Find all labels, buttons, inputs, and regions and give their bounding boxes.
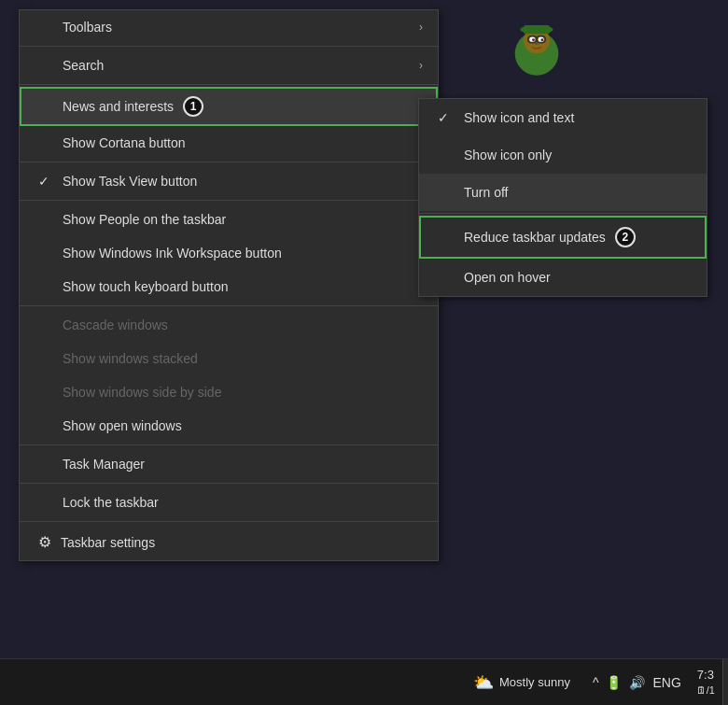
show-desktop-button[interactable]: [722, 659, 728, 706]
svg-rect-3: [524, 25, 550, 34]
submenu-label-turn-off: Turn off: [464, 185, 508, 200]
menu-item-open-windows[interactable]: Show open windows: [20, 409, 438, 443]
taskbar-clock[interactable]: 7:3 🗓/1: [689, 668, 722, 697]
divider: [20, 46, 438, 47]
menu-item-stacked: Show windows stacked: [20, 342, 438, 375]
menu-item-ink[interactable]: Show Windows Ink Workspace button: [20, 236, 438, 270]
menu-label-people: Show People on the taskbar: [63, 212, 226, 227]
taskbar: ⛅ Mostly sunny ^ 🔋 🔊 ENG 7:3 🗓/1: [0, 658, 728, 705]
divider: [20, 483, 438, 484]
menu-item-toolbars[interactable]: Toolbars ›: [20, 10, 438, 44]
tray-volume[interactable]: 🔊: [629, 675, 645, 690]
menu-item-news-interests[interactable]: News and interests 1 ›: [20, 87, 438, 126]
submenu-label-icon-only: Show icon only: [464, 148, 552, 162]
menu-label-touch: Show touch keyboard button: [63, 279, 228, 294]
menu-item-task-manager[interactable]: Task Manager: [20, 447, 438, 481]
menu-item-people[interactable]: Show People on the taskbar: [20, 203, 438, 236]
taskbar-context-menu: Toolbars › Search › News and interests 1…: [19, 9, 439, 561]
menu-label-task-mgr: Task Manager: [63, 457, 145, 472]
check-taskview: ✓: [38, 174, 53, 189]
svg-point-7: [540, 38, 543, 41]
divider: [20, 84, 438, 85]
menu-label-news: News and interests: [63, 99, 174, 114]
tray-language[interactable]: ENG: [652, 675, 680, 690]
taskbar-weather[interactable]: ⛅ Mostly sunny: [458, 672, 585, 693]
arrow-search: ›: [419, 59, 423, 72]
menu-item-taskbar-settings[interactable]: ⚙ Taskbar settings: [20, 524, 438, 560]
divider: [20, 162, 438, 162]
systray: ^ 🔋 🔊 ENG: [585, 675, 689, 690]
clock-date: 🗓/1: [696, 684, 715, 697]
menu-label-lock: Lock the taskbar: [63, 495, 159, 510]
menu-item-taskview[interactable]: ✓ Show Task View button: [20, 164, 438, 198]
badge-1: 1: [183, 96, 203, 117]
divider: [20, 305, 438, 306]
submenu-item-show-icon-only[interactable]: Show icon only: [419, 136, 707, 174]
gear-icon: ⚙: [38, 533, 51, 551]
submenu-label-reduce: Reduce taskbar updates: [464, 230, 606, 245]
submenu-divider: [419, 213, 707, 214]
menu-label-settings: Taskbar settings: [61, 535, 155, 550]
menu-label-search: Search: [63, 58, 104, 73]
menu-item-cascade: Cascade windows: [20, 308, 438, 342]
submenu-label-icon-text: Show icon and text: [464, 110, 574, 125]
divider: [20, 521, 438, 522]
badge-2: 2: [615, 227, 636, 247]
menu-item-cortana[interactable]: Show Cortana button: [20, 126, 438, 160]
menu-item-side-by-side: Show windows side by side: [20, 375, 438, 409]
submenu-label-hover: Open on hover: [464, 270, 551, 285]
menu-label-side: Show windows side by side: [63, 385, 221, 400]
avatar: [504, 19, 579, 93]
divider: [20, 200, 438, 201]
submenu-item-show-icon-text[interactable]: ✓ Show icon and text: [419, 99, 707, 136]
menu-item-search[interactable]: Search ›: [20, 49, 438, 82]
svg-point-6: [532, 38, 535, 41]
check-icon-text: ✓: [438, 110, 456, 125]
weather-icon: ⛅: [473, 672, 494, 693]
submenu-item-turn-off[interactable]: Turn off: [419, 174, 707, 211]
menu-label-cascade: Cascade windows: [63, 317, 168, 332]
menu-item-lock-taskbar[interactable]: Lock the taskbar: [20, 486, 438, 519]
news-interests-submenu: ✓ Show icon and text Show icon only Turn…: [418, 98, 707, 297]
menu-label-cortana: Show Cortana button: [63, 135, 186, 150]
weather-text: Mostly sunny: [499, 675, 570, 689]
clock-time: 7:3: [697, 668, 714, 684]
svg-point-11: [535, 43, 539, 45]
desktop: Toolbars › Search › News and interests 1…: [0, 0, 728, 705]
menu-item-touch[interactable]: Show touch keyboard button: [20, 270, 438, 303]
tray-battery[interactable]: 🔋: [606, 675, 622, 690]
menu-label-taskview: Show Task View button: [63, 174, 197, 189]
arrow-toolbars: ›: [419, 21, 423, 34]
menu-label-toolbars: Toolbars: [63, 20, 112, 35]
divider: [20, 444, 438, 445]
menu-label-stacked: Show windows stacked: [63, 351, 198, 366]
submenu-item-reduce-updates[interactable]: Reduce taskbar updates 2: [419, 216, 707, 259]
submenu-item-open-hover[interactable]: Open on hover: [419, 259, 707, 296]
menu-label-open: Show open windows: [63, 418, 182, 433]
menu-label-ink: Show Windows Ink Workspace button: [63, 246, 282, 261]
tray-chevron[interactable]: ^: [593, 675, 599, 690]
